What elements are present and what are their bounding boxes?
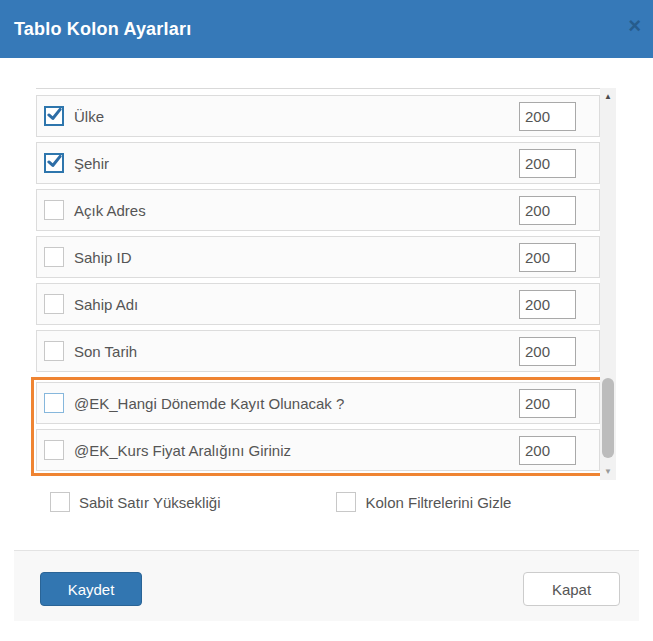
modal-title: Tablo Kolon Ayarları (14, 19, 191, 40)
column-row: Şehir (36, 142, 600, 184)
close-button[interactable]: Kapat (523, 572, 620, 606)
column-checkbox[interactable] (44, 153, 64, 173)
scrollbar-thumb[interactable] (602, 378, 614, 458)
column-width-input[interactable] (519, 337, 576, 366)
column-label: Açık Adres (74, 202, 146, 219)
scrollbar[interactable]: ▲ ▼ (600, 88, 616, 480)
column-checkbox[interactable] (44, 247, 64, 267)
column-width-input[interactable] (519, 436, 576, 465)
column-list: ÜlkeŞehirAçık AdresSahip IDSahip AdıSon … (36, 88, 616, 476)
column-width-input[interactable] (519, 149, 576, 178)
modal-header: Tablo Kolon Ayarları × (0, 0, 653, 58)
scroll-down-icon[interactable]: ▼ (600, 464, 616, 479)
option-hide-column-filters: Kolon Filtrelerini Gizle (336, 492, 511, 512)
column-checkbox[interactable] (44, 440, 64, 460)
fixed-row-height-label: Sabit Satır Yüksekliği (79, 494, 220, 511)
highlighted-rows-group: @EK_Hangi Dönemde Kayıt Olunacak ?@EK_Ku… (31, 377, 609, 476)
column-label: Ülke (74, 108, 104, 125)
save-button[interactable]: Kaydet (40, 572, 142, 606)
hide-column-filters-checkbox[interactable] (336, 492, 356, 512)
scroll-up-icon[interactable]: ▲ (600, 89, 616, 104)
column-checkbox[interactable] (44, 393, 64, 413)
column-rows: ÜlkeŞehirAçık AdresSahip IDSahip AdıSon … (36, 95, 600, 476)
column-label: Şehir (74, 155, 109, 172)
column-label: @EK_Kurs Fiyat Aralığını Giriniz (74, 442, 291, 459)
column-row: @EK_Kurs Fiyat Aralığını Giriniz (36, 429, 600, 471)
column-width-input[interactable] (519, 290, 576, 319)
column-row: Son Tarih (36, 330, 600, 372)
fixed-row-height-checkbox[interactable] (50, 492, 70, 512)
column-row: Sahip ID (36, 236, 600, 278)
option-fixed-row-height: Sabit Satır Yüksekliği (50, 492, 220, 512)
column-row: Sahip Adı (36, 283, 600, 325)
column-checkbox[interactable] (44, 341, 64, 361)
column-width-input[interactable] (519, 389, 576, 418)
hide-column-filters-label: Kolon Filtrelerini Gizle (365, 494, 511, 511)
column-width-input[interactable] (519, 243, 576, 272)
column-checkbox[interactable] (44, 106, 64, 126)
column-row: @EK_Hangi Dönemde Kayıt Olunacak ? (36, 382, 600, 424)
column-label: Sahip ID (74, 249, 132, 266)
clipped-row-edge (36, 88, 600, 89)
checkmark-icon (47, 154, 62, 169)
column-width-input[interactable] (519, 102, 576, 131)
close-icon[interactable]: × (628, 15, 641, 37)
column-checkbox[interactable] (44, 294, 64, 314)
column-label: Son Tarih (74, 343, 137, 360)
column-row: Ülke (36, 95, 600, 137)
column-label: Sahip Adı (74, 296, 138, 313)
column-checkbox[interactable] (44, 200, 64, 220)
column-label: @EK_Hangi Dönemde Kayıt Olunacak ? (74, 395, 344, 412)
column-row: Açık Adres (36, 189, 600, 231)
table-column-settings-modal: Tablo Kolon Ayarları × ÜlkeŞehirAçık Adr… (0, 0, 653, 641)
column-width-input[interactable] (519, 196, 576, 225)
modal-footer: Kaydet Kapat (14, 550, 639, 621)
options-row: Sabit Satır Yüksekliği Kolon Filtrelerin… (50, 492, 653, 512)
checkmark-icon (47, 107, 62, 122)
